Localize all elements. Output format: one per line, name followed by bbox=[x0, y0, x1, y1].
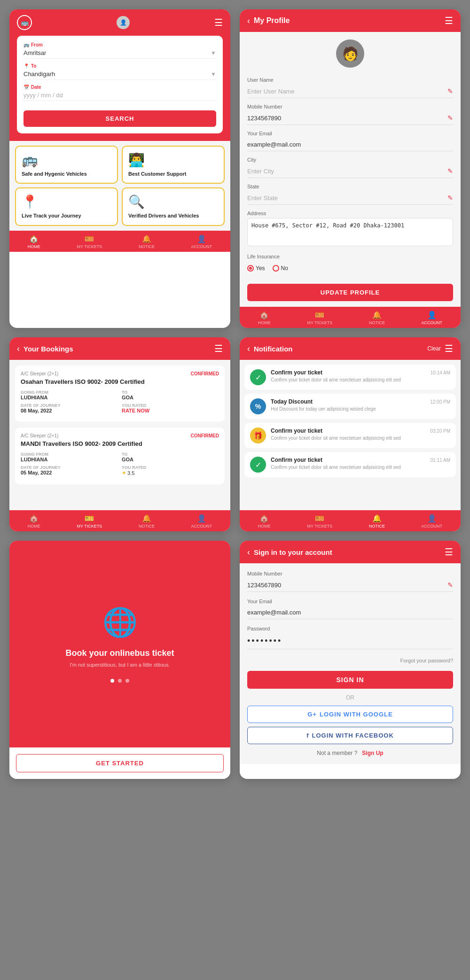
google-login-button[interactable]: G+ LOGIN WITH GOOGLE bbox=[247, 706, 453, 723]
notif-content-3: Confirm your ticket 01:11 AM Confirm you… bbox=[271, 457, 450, 471]
edit-icon-4: ✎ bbox=[447, 194, 453, 202]
username-value: Enter User Name bbox=[247, 88, 294, 95]
signin-password-input[interactable]: •••••••• bbox=[247, 633, 453, 649]
notif-top-3: Confirm your ticket 01:11 AM bbox=[271, 457, 450, 463]
feature-item-3: 🔍 Verified Drivers and Vehicles bbox=[122, 187, 225, 226]
insurance-options: Yes No bbox=[247, 261, 453, 275]
dropdown-arrow-icon: ▼ bbox=[211, 71, 216, 78]
notif-title-3: Confirm your ticket bbox=[271, 457, 322, 463]
profile-nav-home[interactable]: 🏠 HOME bbox=[258, 311, 271, 325]
feature-title-2: Live Track your Journey bbox=[22, 212, 111, 219]
profile-nav-tickets[interactable]: 🎫 MY TICKETS bbox=[307, 311, 333, 325]
notif-check-icon-0: ✓ bbox=[250, 369, 266, 385]
facebook-login-button[interactable]: f LOGIN WITH FACEBOOK bbox=[247, 727, 453, 744]
profile-nav-notice[interactable]: 🔔 NOTICE bbox=[369, 311, 385, 325]
google-icon: G+ bbox=[307, 711, 317, 718]
notif-nav-notice[interactable]: 🔔 NOTICE bbox=[369, 514, 385, 529]
nav-account[interactable]: 👤 ACCOUNT bbox=[191, 234, 212, 249]
signin-email-input[interactable]: example@mail.com bbox=[247, 606, 453, 619]
notification-back-button[interactable]: ‹ bbox=[247, 344, 250, 354]
sign-in-button[interactable]: SIGN IN bbox=[247, 671, 453, 689]
bookings-nav-home[interactable]: 🏠 HOME bbox=[28, 514, 40, 529]
notif-msg-1: Hot Discount for today uer adipisicing w… bbox=[271, 406, 450, 412]
notif-nav-tickets[interactable]: 🎫 MY TICKETS bbox=[307, 514, 333, 529]
feature-item-1: 👨‍💻 Best Customer Support bbox=[122, 146, 225, 184]
nav-tickets[interactable]: 🎫 MY TICKETS bbox=[77, 234, 102, 249]
notif-top-1: Today Discount 12:00 PM bbox=[271, 398, 450, 405]
booking-status-1: CONFIRMED bbox=[190, 433, 219, 438]
notif-nav-home[interactable]: 🏠 HOME bbox=[258, 514, 271, 529]
bookings-nav-tickets[interactable]: 🎫 MY TICKETS bbox=[77, 514, 102, 529]
signin-mobile-input[interactable]: 1234567890 ✎ bbox=[247, 578, 453, 592]
user-avatar[interactable]: 👤 bbox=[117, 16, 130, 29]
facebook-icon: f bbox=[306, 732, 309, 739]
notification-menu-icon[interactable]: ☰ bbox=[445, 343, 453, 354]
forgot-password-row: Forgot your password? bbox=[247, 656, 453, 664]
notif-content-1: Today Discount 12:00 PM Hot Discount for… bbox=[271, 398, 450, 412]
notif-nav-account[interactable]: 👤 ACCOUNT bbox=[422, 514, 443, 529]
profile-nav-account[interactable]: 👤 ACCOUNT bbox=[422, 311, 443, 325]
verified-feature-icon: 🔍 bbox=[128, 194, 218, 210]
nav-notice[interactable]: 🔔 NOTICE bbox=[139, 234, 155, 249]
insurance-yes[interactable]: Yes bbox=[247, 265, 265, 272]
signin-title: Sign in to your account bbox=[254, 548, 445, 556]
bookings-back-button[interactable]: ‹ bbox=[17, 344, 20, 354]
insurance-no[interactable]: No bbox=[273, 265, 288, 272]
date-field: 📅 Date yyyy / mm / dd bbox=[24, 85, 216, 101]
bookings-bottom-nav: 🏠 HOME 🎫 MY TICKETS 🔔 NOTICE 👤 ACCOUNT bbox=[9, 510, 230, 531]
clear-button[interactable]: Clear bbox=[427, 345, 441, 352]
mobile-value: 1234567890 bbox=[247, 115, 281, 122]
bookings-title: Your Bookings bbox=[24, 345, 214, 353]
account-icon-profile: 👤 bbox=[427, 311, 437, 319]
email-input[interactable]: example@mail.com bbox=[247, 138, 453, 151]
app-logo-icon: 🚌 bbox=[17, 15, 32, 30]
feature-title-1: Best Customer Support bbox=[128, 171, 218, 177]
booking-type-0: A/C Sleeper (2+1) bbox=[21, 371, 58, 376]
forgot-password-link[interactable]: Forgot your password? bbox=[400, 658, 454, 663]
bookings-nav-notice[interactable]: 🔔 NOTICE bbox=[139, 514, 155, 529]
menu-icon[interactable]: ☰ bbox=[214, 17, 223, 28]
username-group: User Name Enter User Name ✎ bbox=[247, 77, 453, 98]
city-value: Enter City bbox=[247, 168, 274, 175]
date-select[interactable]: yyyy / mm / dd bbox=[24, 92, 216, 101]
dot-1 bbox=[110, 679, 114, 683]
notif-title-2: Confirm your ticket bbox=[271, 428, 322, 434]
nav-home[interactable]: 🏠 HOME bbox=[28, 234, 40, 249]
search-button[interactable]: SEARCH bbox=[24, 110, 216, 127]
notice-icon-bookings: 🔔 bbox=[142, 514, 151, 523]
signup-row: Not a member ? Sign Up bbox=[247, 750, 453, 756]
rate-now-button-0[interactable]: RATE NOW bbox=[122, 408, 219, 413]
notif-top-2: Confirm your ticket 03:20 PM bbox=[271, 428, 450, 434]
tickets-icon-bookings: 🎫 bbox=[85, 514, 94, 523]
city-input[interactable]: Enter City ✎ bbox=[247, 164, 453, 178]
signin-menu-icon[interactable]: ☰ bbox=[445, 546, 453, 558]
state-input[interactable]: Enter State ✎ bbox=[247, 191, 453, 205]
bookings-nav-account[interactable]: 👤 ACCOUNT bbox=[191, 514, 212, 529]
update-profile-button[interactable]: UPDATE PROFILE bbox=[247, 284, 453, 301]
edit-icon-2: ✎ bbox=[447, 114, 453, 122]
signin-back-button[interactable]: ‹ bbox=[247, 547, 250, 557]
or-divider: OR bbox=[247, 694, 453, 701]
nav-home-label: HOME bbox=[28, 244, 40, 249]
sign-up-link[interactable]: Sign Up bbox=[362, 750, 383, 756]
signin-screen: ‹ Sign in to your account ☰ Mobile Numbe… bbox=[240, 541, 461, 779]
dot-2 bbox=[118, 679, 122, 683]
address-input[interactable]: House #675, Sector #12, Road #20 Dhaka-1… bbox=[247, 218, 453, 246]
from-select[interactable]: Amritsar ▼ bbox=[24, 49, 216, 59]
notification-list: ✓ Confirm your ticket 10:14 AM Confirm y… bbox=[240, 360, 461, 510]
tickets-icon-profile: 🎫 bbox=[315, 311, 324, 319]
tickets-icon-notif: 🎫 bbox=[315, 514, 324, 523]
state-value: Enter State bbox=[247, 194, 278, 202]
feature-title-0: Safe and Hygenic Vehicles bbox=[22, 171, 111, 177]
get-started-button[interactable]: GET STARTED bbox=[16, 754, 224, 772]
username-input[interactable]: Enter User Name ✎ bbox=[247, 85, 453, 98]
mobile-input[interactable]: 1234567890 ✎ bbox=[247, 111, 453, 125]
rated-detail-1: YOU RATED ★ 3.5 bbox=[122, 465, 219, 476]
profile-avatar[interactable]: 🧑 bbox=[336, 39, 364, 68]
to-select[interactable]: Chandigarh ▼ bbox=[24, 70, 216, 80]
bookings-menu-icon[interactable]: ☰ bbox=[214, 343, 223, 354]
city-group: City Enter City ✎ bbox=[247, 157, 453, 178]
back-button[interactable]: ‹ bbox=[247, 16, 250, 26]
from-field: 🚌 From Amritsar ▼ bbox=[24, 42, 216, 59]
profile-menu-icon[interactable]: ☰ bbox=[445, 15, 453, 26]
